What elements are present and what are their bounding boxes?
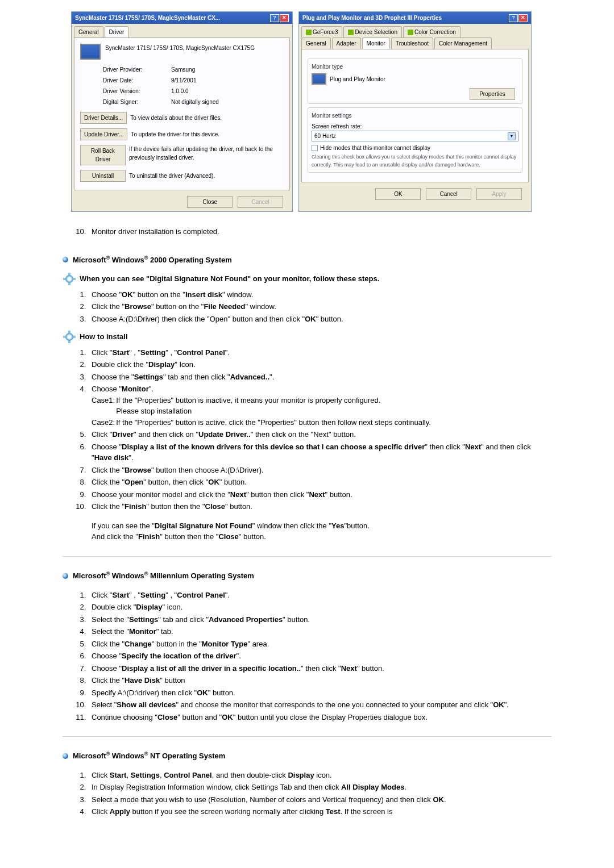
value: 9/11/2001 (171, 76, 197, 85)
refresh-rate-select[interactable]: 60 Hertz ▾ (312, 131, 518, 141)
monitor-icon (312, 73, 326, 85)
list-item: Double click "Display" icon. (88, 602, 551, 613)
chevron-down-icon: ▾ (508, 132, 516, 140)
dialog-title-text: SyncMaster 171S/ 175S/ 170S, MagicSyncMa… (75, 14, 220, 22)
list-item: Click the "Finish" button then the "Clos… (88, 501, 551, 542)
desc: To view details about the driver files. (130, 114, 222, 122)
tab-body: Monitor type Plug and Play Monitor Prope… (301, 49, 529, 182)
label: Digital Signer: (103, 98, 171, 106)
section-heading-winme: Microsoft® Windows® Millennium Operating… (63, 570, 551, 582)
dialog-titlebar: SyncMaster 171S/ 175S/ 170S, MagicSyncMa… (72, 12, 292, 24)
list-item: Select the "Monitor" tab. (88, 626, 551, 637)
list-item: Choose "Monitor". Case1:If the "Properti… (88, 383, 551, 428)
separator (63, 736, 551, 737)
close-icon[interactable]: ✕ (280, 14, 289, 22)
text: Windows (110, 256, 144, 264)
list-item: Specify A:\(D:\driver) then click "OK" b… (88, 687, 551, 699)
bullet-icon (63, 573, 68, 579)
text: Microsoft (73, 256, 106, 264)
heading-text: Microsoft® Windows® Millennium Operating… (73, 570, 254, 582)
tab-device-selection[interactable]: Device Selection (343, 26, 401, 37)
tab-strip: General Driver (72, 24, 292, 37)
list-item: Choose the "Settings" tab and then click… (88, 372, 551, 383)
list-item: Click the "Open" button, then click "OK"… (88, 477, 551, 488)
tab-adapter[interactable]: Adapter (332, 37, 361, 49)
tab-geforce[interactable]: GeForce3 (301, 26, 342, 37)
tail-text: If you can see the "Digital Signature No… (92, 520, 551, 532)
text: NT Operating System (148, 752, 225, 760)
label: Driver Provider: (103, 65, 171, 74)
dialog-titlebar: Plug and Play Monitor and 3D Prophet III… (299, 12, 531, 24)
label: Driver Date: (103, 76, 171, 85)
tab-monitor[interactable]: Monitor (362, 37, 390, 49)
bullet-icon (63, 753, 68, 759)
list-item: Click "Start" , "Setting" , "Control Pan… (88, 590, 551, 601)
refresh-label: Screen refresh rate: (312, 122, 518, 131)
close-icon[interactable]: ✕ (518, 14, 528, 22)
screenshot-area: SyncMaster 171S/ 175S/ 170S, MagicSyncMa… (71, 11, 551, 212)
tab-general[interactable]: General (74, 26, 103, 37)
heading-text: Microsoft® Windows® 2000 Operating Syste… (73, 254, 232, 266)
subheading-how-to-install: How to install (63, 331, 551, 343)
label: Driver Version: (103, 87, 171, 95)
list-item: In Display Registration Information wind… (88, 782, 551, 793)
list-item: Click "Start" , "Setting" , "Control Pan… (88, 347, 551, 358)
step-list: Monitor driver installation is completed… (63, 226, 551, 237)
tab-label: Device Selection (355, 28, 397, 36)
list-item: Choose A:(D:\Driver) then click the "Ope… (88, 314, 551, 325)
separator (63, 556, 551, 557)
checkbox[interactable] (312, 145, 318, 151)
gear-bullet-icon (63, 274, 76, 284)
value: 1.0.0.0 (171, 87, 189, 95)
device-name: SyncMaster 171S/ 175S/ 170S, MagicSyncMa… (105, 44, 255, 52)
cancel-button[interactable]: Cancel (426, 188, 471, 200)
tab-driver[interactable]: Driver (105, 26, 129, 37)
help-icon[interactable]: ? (270, 14, 279, 22)
tab-color-management[interactable]: Color Management (434, 37, 492, 49)
driver-details-button[interactable]: Driver Details... (80, 112, 127, 124)
tab-general[interactable]: General (301, 37, 331, 49)
group-label: Monitor settings (312, 111, 518, 120)
section-heading-winnt: Microsoft® Windows® NT Operating System (63, 750, 551, 762)
tail-text: And click the "Finish" button then the "… (92, 531, 551, 542)
update-driver-button[interactable]: Update Driver... (80, 128, 127, 140)
text: Windows (110, 571, 144, 580)
tab-troubleshoot[interactable]: Troubleshoot (391, 37, 433, 49)
dialog-footer: Close Cancel (72, 193, 292, 211)
heading-text: Microsoft® Windows® NT Operating System (73, 750, 225, 762)
bullet-icon (63, 257, 68, 262)
text: Millennium Operating System (148, 571, 254, 580)
select-value: 60 Hertz (314, 132, 336, 140)
list-item: Choose your monitor model and click the … (88, 489, 551, 500)
tab-label: Color Correction (414, 28, 456, 36)
rollback-driver-button[interactable]: Roll Back Driver (80, 145, 126, 165)
monitor-name: Plug and Play Monitor (330, 75, 385, 84)
list-item: Click the "Change" button in the "Monito… (88, 639, 551, 650)
list-item: Select "Show all devices" and choose the… (88, 699, 551, 711)
uninstall-button[interactable]: Uninstall (80, 170, 126, 182)
list-item: Choose "OK" button on the "Insert disk" … (88, 289, 551, 301)
nvidia-icon (408, 30, 413, 35)
list-item: Click "Driver" and then click on "Update… (88, 429, 551, 440)
nvidia-icon (306, 30, 312, 35)
subheading-digital-signature: When you can see "Digital Signature Not … (63, 273, 551, 285)
apply-button: Apply (476, 188, 522, 200)
list-item: Click the "Browse" button on the "File N… (88, 301, 551, 312)
close-button[interactable]: Close (187, 196, 233, 208)
winnt-steps-list: Click Start, Settings, Control Panel, an… (63, 770, 551, 817)
tab-body: SyncMaster 171S/ 175S/ 170S, MagicSyncMa… (74, 37, 290, 190)
hide-modes-note: Clearing this check box allows you to se… (312, 153, 518, 169)
subheading-text: How to install (80, 331, 128, 343)
list-item: Monitor driver installation is completed… (88, 226, 551, 237)
gear-bullet-icon (63, 332, 76, 342)
desc: If the device fails after updating the d… (129, 145, 284, 162)
hide-modes-row[interactable]: Hide modes that this monitor cannot disp… (312, 144, 518, 152)
properties-button[interactable]: Properties (470, 88, 515, 100)
list-item: Choose "Display a list of the known driv… (88, 441, 551, 464)
tab-color-correction[interactable]: Color Correction (403, 26, 460, 37)
help-icon[interactable]: ? (509, 14, 518, 22)
text: Microsoft (73, 752, 106, 760)
list-item: Choose "Specify the location of the driv… (88, 650, 551, 662)
desc: To update the driver for this device. (131, 130, 219, 139)
ok-button[interactable]: OK (375, 188, 421, 200)
